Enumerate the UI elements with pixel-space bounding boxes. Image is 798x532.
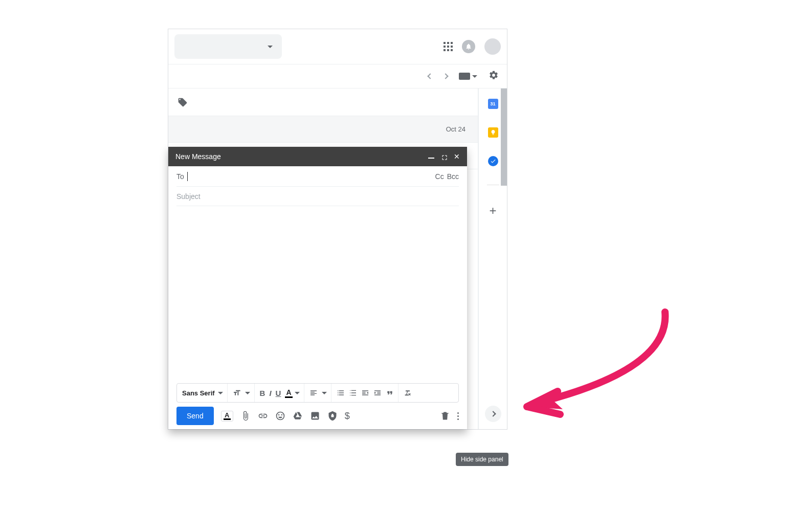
minimize-icon[interactable] [428,158,434,159]
indent-less-icon[interactable] [361,389,369,397]
calendar-icon[interactable]: 31 [488,99,498,109]
account-avatar[interactable] [484,38,501,55]
prev-page-icon[interactable] [427,73,433,79]
text-cursor [187,172,188,181]
fullscreen-icon[interactable] [441,154,447,159]
compose-footer: Send A [168,403,467,429]
top-right-icons [444,38,501,55]
gmail-frame: Oct 24 Oct 24 31 + New Message [168,29,507,430]
top-bar [168,29,507,64]
to-label: To [176,172,184,181]
settings-gear-icon[interactable] [489,70,499,82]
message-date: Oct 24 [446,125,465,133]
close-icon[interactable]: ✕ [454,152,460,161]
send-money-icon[interactable]: $ [345,411,350,422]
tasks-icon[interactable] [488,156,498,166]
insert-emoji-icon[interactable] [275,411,285,421]
subject-placeholder: Subject [176,192,201,201]
add-addon-icon[interactable]: + [489,204,496,218]
next-page-icon[interactable] [442,73,448,79]
remove-formatting-icon[interactable] [404,389,412,397]
underline-button[interactable]: U [276,389,281,397]
formatting-toggle-icon[interactable]: A [221,411,233,422]
font-size-icon[interactable] [233,389,241,397]
label-row[interactable] [168,88,478,116]
insert-drive-icon[interactable] [293,411,303,421]
compose-title: New Message [175,152,221,161]
more-options-icon[interactable] [457,412,459,420]
hide-panel-tooltip: Hide side panel [456,453,508,466]
insert-link-icon[interactable] [258,411,268,421]
numbered-list-icon[interactable] [337,389,345,397]
discard-draft-icon[interactable] [440,411,450,421]
to-field-row[interactable]: To Cc Bcc [176,166,459,187]
rail-divider [487,185,499,185]
subject-field[interactable]: Subject [176,187,459,206]
chevron-down-icon [268,46,273,48]
cc-button[interactable]: Cc [435,172,444,181]
input-tools-icon[interactable] [459,73,477,80]
notifications-icon[interactable] [462,40,475,53]
compose-window: New Message ✕ To Cc Bcc Subject [168,147,467,429]
bcc-button[interactable]: Bcc [447,172,459,181]
keep-icon[interactable] [488,127,498,138]
message-row-1[interactable]: Oct 24 [168,116,478,143]
quote-icon[interactable] [386,389,394,397]
compose-body[interactable] [168,206,467,383]
bullet-list-icon[interactable] [349,389,357,397]
annotation-arrow [512,307,675,425]
confidential-mode-icon[interactable] [327,411,338,421]
formatting-toolbar: Sans Serif B I U A [176,383,459,403]
compose-header[interactable]: New Message ✕ [168,147,467,166]
main-area: Oct 24 Oct 24 31 + New Message [168,88,507,429]
apps-grid-icon[interactable] [444,42,453,51]
send-button[interactable]: Send [176,407,214,425]
bold-button[interactable]: B [260,389,265,397]
italic-button[interactable]: I [269,389,271,397]
insert-photo-icon[interactable] [310,411,320,421]
attach-file-icon[interactable] [240,411,251,421]
text-color-button[interactable]: A [285,388,299,398]
chevron-down-icon [245,392,250,394]
align-button[interactable] [309,389,318,397]
hide-side-panel-button[interactable] [485,406,501,422]
search-dropdown[interactable] [174,34,282,59]
action-bar [168,64,507,88]
font-family-dropdown[interactable]: Sans Serif [182,389,223,397]
chevron-down-icon [322,392,327,394]
scrollbar[interactable] [501,88,507,186]
indent-more-icon[interactable] [373,389,382,397]
